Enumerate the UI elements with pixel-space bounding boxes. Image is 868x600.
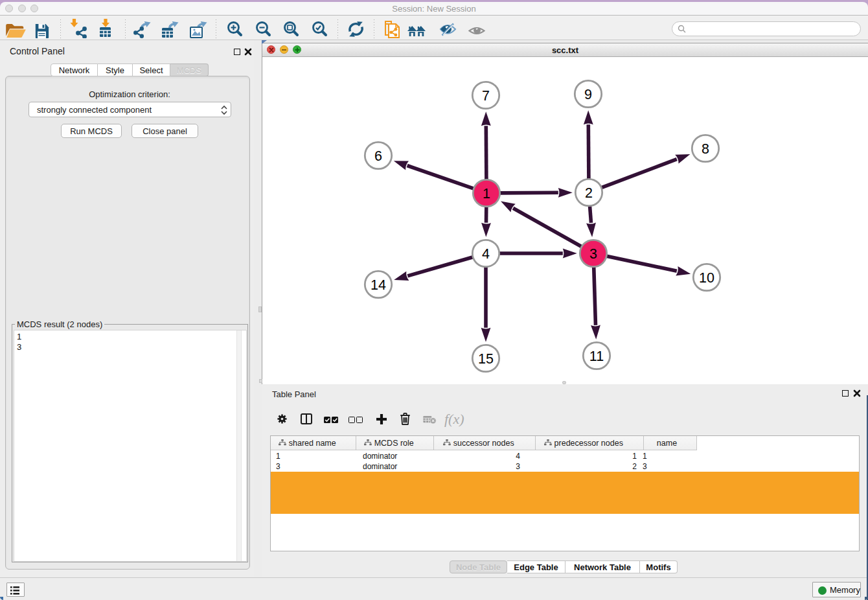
svg-text:6: 6	[374, 148, 382, 164]
svg-text:7: 7	[482, 88, 490, 104]
svg-text:8: 8	[702, 141, 709, 157]
svg-text:10: 10	[699, 270, 714, 286]
svg-text:4: 4	[482, 246, 490, 262]
svg-text:14: 14	[371, 277, 386, 293]
svg-text:11: 11	[589, 349, 604, 364]
svg-text:15: 15	[478, 351, 494, 367]
svg-text:1: 1	[483, 186, 490, 202]
svg-text:3: 3	[589, 246, 597, 262]
svg-text:9: 9	[584, 87, 592, 102]
svg-text:2: 2	[585, 185, 593, 201]
